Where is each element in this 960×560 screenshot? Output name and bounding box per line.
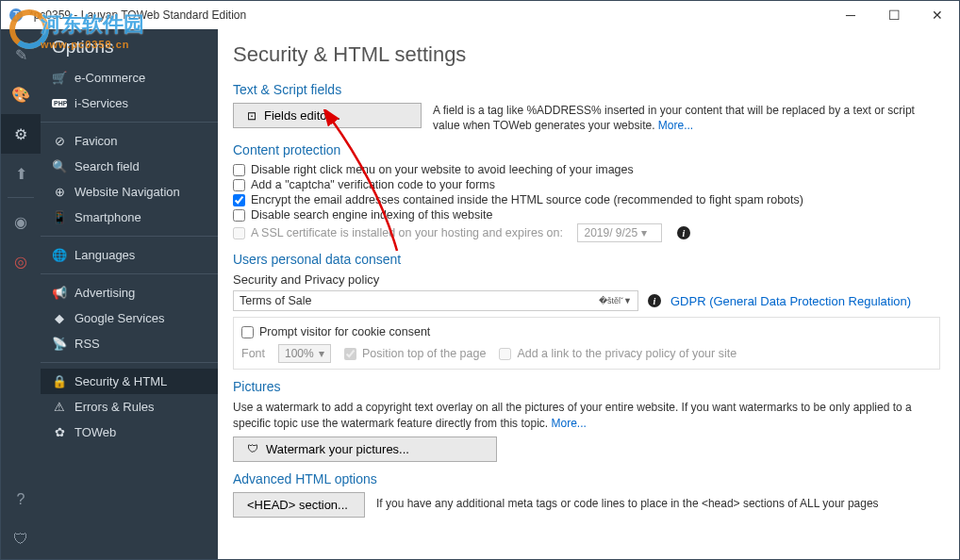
chk-disable-indexing[interactable]: Disable search engine indexing of this w… — [233, 208, 940, 222]
advanced-desc: If you have any additional meta tags or … — [376, 492, 879, 511]
maximize-button[interactable]: ☐ — [872, 1, 916, 29]
sidebar-icon: 🌐 — [52, 248, 67, 262]
icon-rail: ✎ 🎨 ⚙ ⬆ ◉ ◎ ? 🛡 — [1, 29, 41, 559]
sidebar-item-search-field[interactable]: 🔍Search field — [41, 154, 218, 179]
rail-shield-icon[interactable]: 🛡 — [1, 519, 41, 559]
gdpr-link[interactable]: GDPR (General Data Protection Regulation… — [670, 294, 911, 308]
sidebar-icon: ⚠ — [52, 400, 67, 414]
rail-theme-icon[interactable]: 🎨 — [1, 74, 41, 114]
pictures-more-link[interactable]: More... — [551, 417, 586, 430]
sidebar-item-i-services[interactable]: PHPi-Services — [41, 91, 218, 116]
sidebar-item-label: Google Services — [74, 311, 164, 325]
rail-settings-icon[interactable]: ⚙ — [1, 114, 41, 154]
sidebar-item-label: Languages — [74, 248, 135, 262]
head-section-button[interactable]: <HEAD> section... — [233, 492, 365, 518]
sidebar-item-label: RSS — [74, 337, 100, 351]
sidebar-icon: 🔍 — [52, 159, 67, 173]
sidebar-item-errors-rules[interactable]: ⚠Errors & Rules — [41, 394, 218, 420]
rail-publish-icon[interactable]: ⬆ — [1, 154, 41, 193]
sidebar-item-website-navigation[interactable]: ⊕Website Navigation — [41, 179, 218, 205]
rail-edit-icon[interactable]: ✎ — [1, 35, 41, 74]
section-protection: Content protection — [233, 142, 940, 157]
sidebar-item-label: Favicon — [74, 134, 118, 148]
chk-position-top: Position top of the page — [344, 347, 486, 360]
minimize-button[interactable]: ─ — [829, 1, 872, 29]
chk-encrypt-email[interactable]: Encrypt the email addresses contained in… — [233, 193, 940, 206]
sidebar-item-label: Smartphone — [74, 210, 141, 224]
sidebar-item-label: Website Navigation — [74, 185, 180, 199]
ssl-info-icon[interactable]: i — [677, 226, 690, 239]
chk-cookie-consent[interactable]: Prompt visitor for cookie consent — [241, 325, 932, 338]
pictures-desc: Use a watermark to add a copyright text … — [233, 400, 940, 430]
sidebar-item-label: e-Commerce — [74, 71, 145, 85]
sidebar-icon: 📢 — [52, 286, 67, 300]
chk-captcha[interactable]: Add a "captcha" verification code to you… — [233, 178, 940, 191]
sidebar-icon: PHP — [52, 99, 67, 107]
shield-icon: 🛡 — [247, 442, 258, 455]
sidebar-header: Options — [41, 35, 218, 65]
sidebar-item-label: i-Services — [74, 96, 128, 110]
sidebar-icon: 🛒 — [52, 71, 67, 85]
ssl-date-input[interactable]: 2019/ 9/25 ▾ — [577, 223, 662, 242]
options-sidebar: Options 🛒e-CommercePHPi-Services⊘Favicon… — [41, 29, 218, 559]
fields-editor-button[interactable]: ⊡Fields editor... — [233, 103, 422, 128]
chk-add-privacy-link: Add a link to the privacy policy of your… — [499, 347, 737, 360]
sidebar-item-google-services[interactable]: ◆Google Services — [41, 305, 218, 331]
rail-help-icon[interactable]: ? — [1, 480, 41, 519]
content-pane: Security & HTML settings Text & Script f… — [218, 29, 959, 559]
watermark-button[interactable]: 🛡Watermark your pictures... — [233, 436, 497, 462]
app-icon: T — [8, 8, 24, 23]
font-label: Font — [241, 347, 265, 360]
sidebar-icon: 🔒 — [52, 374, 67, 388]
section-consent: Users personal data consent — [233, 252, 940, 267]
sidebar-icon: 📡 — [52, 337, 67, 351]
fields-more-link[interactable]: More... — [658, 119, 693, 132]
chk-ssl: A SSL certificate is installed on your h… — [233, 223, 940, 242]
sidebar-item-rss[interactable]: 📡RSS — [41, 331, 218, 356]
gdpr-info-icon[interactable]: i — [648, 294, 661, 307]
fields-desc: A field is a tag like %ADDRESS% inserted… — [433, 103, 940, 133]
sidebar-item-smartphone[interactable]: 📱Smartphone — [41, 205, 218, 230]
sidebar-item-favicon[interactable]: ⊘Favicon — [41, 128, 218, 154]
sidebar-item-label: Search field — [74, 159, 140, 173]
section-pictures: Pictures — [233, 379, 940, 394]
window-title: *pc0359 - Lauyan TOWeb Standard Edition — [29, 8, 246, 22]
close-button[interactable]: ✕ — [916, 1, 959, 29]
sidebar-item-label: Errors & Rules — [74, 400, 155, 414]
sidebar-icon: ⊘ — [52, 134, 67, 148]
sidebar-item-languages[interactable]: 🌐Languages — [41, 242, 218, 268]
sidebar-icon: 📱 — [52, 210, 67, 224]
rail-preview-icon[interactable]: ◉ — [1, 202, 41, 241]
sidebar-item-label: Security & HTML — [74, 374, 167, 388]
section-text-script: Text & Script fields — [233, 82, 940, 97]
policy-label: Security and Privacy policy — [233, 272, 940, 287]
sidebar-item-toweb[interactable]: ✿TOWeb — [41, 420, 218, 445]
sidebar-item-e-commerce[interactable]: 🛒e-Commerce — [41, 65, 218, 91]
sidebar-icon: ✿ — [52, 425, 67, 439]
fields-icon: ⊡ — [247, 109, 257, 123]
font-size-input[interactable]: 100%▾ — [278, 344, 331, 363]
sidebar-item-label: Advertising — [74, 286, 135, 300]
sidebar-item-advertising[interactable]: 📢Advertising — [41, 280, 218, 305]
svg-text:T: T — [13, 10, 19, 21]
chk-disable-rightclick[interactable]: Disable right click menu on your website… — [233, 163, 940, 176]
policy-combo[interactable]: Terms of Sale�štělˇ▼ — [233, 290, 638, 311]
sidebar-item-label: TOWeb — [74, 425, 116, 439]
rail-target-icon[interactable]: ◎ — [1, 241, 41, 281]
page-title: Security & HTML settings — [233, 42, 940, 67]
sidebar-icon: ◆ — [52, 311, 67, 325]
titlebar: T *pc0359 - Lauyan TOWeb Standard Editio… — [1, 1, 959, 29]
sidebar-icon: ⊕ — [52, 185, 67, 199]
sidebar-item-security-html[interactable]: 🔒Security & HTML — [41, 369, 218, 394]
section-advanced: Advanced HTML options — [233, 471, 940, 486]
